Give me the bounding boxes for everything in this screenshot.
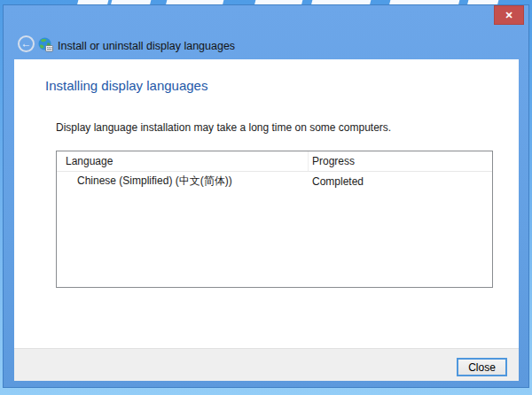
progress-cell: Completed xyxy=(309,172,492,190)
close-button[interactable]: Close xyxy=(457,358,507,376)
dialog-footer: Close xyxy=(14,348,519,381)
window-titlebar[interactable]: ✕ ← Install or uninstall display languag… xyxy=(4,5,528,59)
window-title: Install or uninstall display languages xyxy=(58,40,235,52)
language-listview[interactable]: Language Progress Chinese (Simplified) (… xyxy=(56,151,493,288)
language-cell: Chinese (Simplified) (中文(简体)) xyxy=(57,172,309,190)
list-item-language-row[interactable]: Chinese (Simplified) (中文(简体)) Completed xyxy=(57,172,492,190)
dialog-client-area: Installing display languages Display lan… xyxy=(14,59,519,381)
back-button[interactable]: ← xyxy=(18,35,35,52)
window-close-button[interactable]: ✕ xyxy=(494,5,524,25)
column-header-progress[interactable]: Progress xyxy=(309,151,492,171)
page-title: Installing display languages xyxy=(45,78,207,93)
description-text: Display language installation may take a… xyxy=(56,121,391,134)
dialog-window: ✕ ← Install or uninstall display languag… xyxy=(3,4,529,388)
column-header-language[interactable]: Language xyxy=(57,151,309,171)
display-language-globe-icon xyxy=(38,37,53,52)
listview-header: Language Progress xyxy=(57,151,492,172)
close-icon: ✕ xyxy=(505,10,512,21)
back-arrow-icon: ← xyxy=(21,37,32,50)
